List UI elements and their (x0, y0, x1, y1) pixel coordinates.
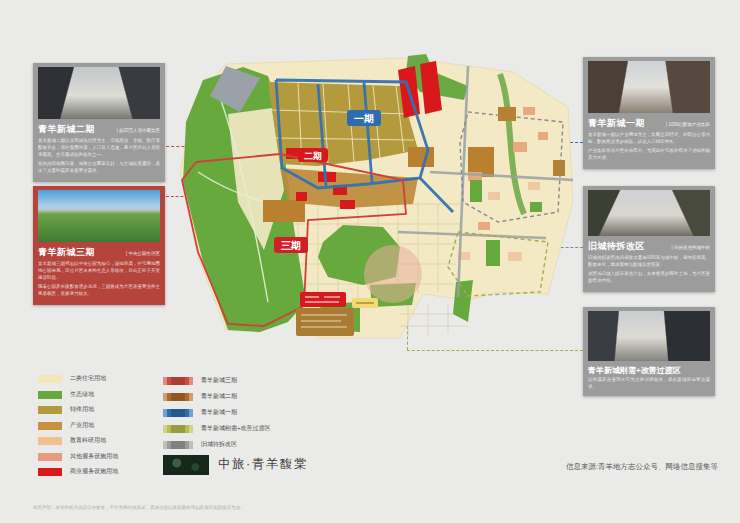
card-paragraph: 旧城待拆改区内仍保留大量老旧院落与城中村，建筑密度高、配套老化，整体面貌与新城反… (588, 255, 710, 269)
card-subtitle: | 1000亿配套产业集群 (666, 122, 710, 127)
map-pink-circle (364, 245, 422, 303)
brand-logo-text: 中旅·青羊馥棠 (218, 456, 308, 473)
legend-item-commercial: 商业服务设施用地 (38, 467, 118, 476)
phase2-label: 二期 (304, 151, 322, 161)
legend-item-transition: 青羊新城刚需+改善过渡区 (163, 424, 271, 433)
legend-label: 特殊用地 (70, 405, 94, 414)
legend-swatch (163, 425, 193, 433)
legend-label: 其他服务设施用地 (70, 452, 118, 461)
disclaimer-note: 免责声明：本资料相关内容仅供参考，不作为要约或承诺，具体信息以政府最终规划及项目… (33, 505, 245, 510)
legend-label: 二类住宅用地 (70, 374, 106, 383)
legend-swatch (163, 377, 193, 385)
card-paragraph: 以刚需及改善型住宅为主的过渡板块，承接新城外溢置业需求。 (588, 377, 710, 391)
card-paragraph: 随着公园及市政配套逐步兑现，三期将成为片区改善置业的主要承载区，发展潜力较大。 (38, 284, 160, 298)
card-oldtown: 旧城待拆改区 | 仍待改造的城中村 旧城待拆改区内仍保留大量老旧院落与城中村，建… (583, 186, 715, 292)
legend-item-special: 特殊用地 (38, 405, 94, 414)
card-subtitle: | 中央公园生活区 (126, 251, 160, 256)
legend-swatch (38, 468, 62, 476)
card-subtitle: | 仍待改造的城中村 (672, 245, 710, 250)
legend-swatch (163, 441, 193, 449)
legend-swatch (38, 422, 62, 430)
legend-label: 青羊新城刚需+改善过渡区 (201, 424, 271, 433)
transition-photo (588, 311, 710, 361)
legend-label: 产业用地 (70, 421, 94, 430)
legend-item-phase1: 青羊新城一期 (163, 408, 237, 417)
legend-swatch (38, 437, 62, 445)
card-header: 青羊新城一期 | 1000亿配套产业集群 (588, 117, 710, 130)
card-paragraph: 板块内部路网完善，地铁公交覆盖良好，与主城联系紧密，承接了大量刚需及改善置业需求… (38, 161, 160, 175)
phase2-photo (38, 67, 160, 119)
legend-item-education: 教育科研用地 (38, 436, 106, 445)
card-title: 青羊新城二期 (38, 123, 95, 136)
map-green-southeast (453, 280, 473, 322)
planning-map: 一期 二期 三期 (168, 52, 580, 344)
legend-item-services: 其他服务设施用地 (38, 452, 118, 461)
legend-label: 教育科研用地 (70, 436, 106, 445)
legend-label: 生态绿地 (70, 390, 94, 399)
legend-item-industry: 产业用地 (38, 421, 94, 430)
source-note: 信息来源:青羊地方志公众号、网络信息搜集等 (566, 462, 718, 472)
legend-label: 青羊新城三期 (201, 376, 237, 385)
card-paragraph: 该区域已纳入拆迁改造计划，未来将逐步释放土地，为片区更新提供空间。 (588, 271, 710, 285)
card-subtitle: | 超20万人居住聚集区 (117, 128, 160, 133)
card-title: 青羊新城刚需+改善过渡区 (588, 365, 681, 376)
legend-swatch (38, 375, 62, 383)
card-phase1: 青羊新城一期 | 1000亿配套产业集群 青羊新城一期以产业用地为主，集聚总部经… (583, 57, 715, 169)
legend-swatch (38, 453, 62, 461)
card-title: 旧城待拆改区 (588, 240, 645, 253)
legend-label: 旧城待拆改区 (201, 440, 237, 449)
phase3-photo (38, 190, 160, 242)
card-phase3: 青羊新城三期 | 中央公园生活区 青羊新城三期规划以中央公园为核心，绿地率高，住… (33, 186, 165, 305)
connector-transition-hline (407, 350, 583, 351)
card-header: 旧城待拆改区 | 仍待改造的城中村 (588, 240, 710, 253)
legend-item-phase2: 青羊新城二期 (163, 392, 237, 401)
card-transition: 青羊新城刚需+改善过渡区 以刚需及改善型住宅为主的过渡板块，承接新城外溢置业需求… (583, 307, 715, 396)
brand-logo-image (163, 455, 209, 475)
card-header: 青羊新城二期 | 超20万人居住聚集区 (38, 123, 160, 136)
card-paragraph: 青羊新城三期规划以中央公园为核心，绿地率高，住宅用地围绕公园布局，定位片区未来的… (38, 261, 160, 282)
legend-item-phase3: 青羊新城三期 (163, 376, 237, 385)
legend-label: 青羊新城二期 (201, 392, 237, 401)
planning-map-svg: 一期 二期 三期 (168, 52, 580, 344)
phase1-label: 一期 (354, 113, 374, 124)
card-phase2: 青羊新城二期 | 超20万人居住聚集区 青羊新城二期以大型成熟社区为主，沿线商业… (33, 63, 165, 182)
legend-swatch (38, 391, 62, 399)
legend-label: 商业服务设施用地 (70, 467, 118, 476)
planning-poster: 青羊新城二期 | 超20万人居住聚集区 青羊新城二期以大型成熟社区为主，沿线商业… (0, 0, 740, 523)
phase1-photo (588, 61, 710, 113)
legend-item-residential: 二类住宅用地 (38, 374, 106, 383)
oldtown-photo (588, 190, 710, 236)
legend-item-green: 生态绿地 (38, 390, 94, 399)
card-paragraph: 产业集群带动片区价值提升，为周边住宅板块提供了持续的购买力支撑。 (588, 148, 710, 162)
card-header: 青羊新城刚需+改善过渡区 (588, 365, 710, 376)
card-header: 青羊新城三期 | 中央公园生活区 (38, 246, 160, 259)
phase3-label: 三期 (281, 240, 301, 251)
legend-swatch (38, 406, 62, 414)
card-title: 青羊新城一期 (588, 117, 645, 130)
legend-label: 青羊新城一期 (201, 408, 237, 417)
legend-swatch (163, 393, 193, 401)
card-paragraph: 青羊新城二期以大型成熟社区为主，沿线商业、学校、医疗等配套齐全，居住氛围浓厚，人… (38, 138, 160, 159)
legend-swatch (163, 409, 193, 417)
card-paragraph: 青羊新城一期以产业用地为主，集聚总部经济、科研办公等功能，配套商业逐步成熟，就业… (588, 132, 710, 146)
card-title: 青羊新城三期 (38, 246, 95, 259)
legend-item-oldtown: 旧城待拆改区 (163, 440, 237, 449)
